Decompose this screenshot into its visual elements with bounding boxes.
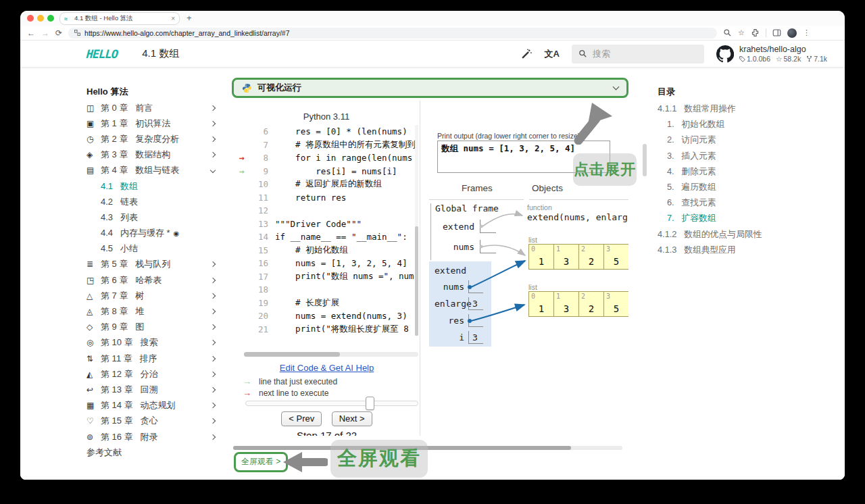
hello-algo-logo[interactable]: HELLO bbox=[86, 47, 118, 61]
chevron-icon bbox=[210, 105, 216, 110]
profile-avatar[interactable] bbox=[787, 28, 797, 38]
code-line[interactable]: → 8 for i in range(len(nums bbox=[233, 151, 420, 165]
sidebar-chapter-item[interactable]: ◳ 第 6 章 哈希表 bbox=[86, 272, 219, 288]
toc-item[interactable]: 7. 扩容数组 bbox=[658, 211, 796, 226]
code-line[interactable]: 12 bbox=[233, 204, 420, 218]
sidebar-chapter-item[interactable]: ◭ 第 12 章 分治 bbox=[86, 366, 219, 382]
line-number: 10 bbox=[251, 179, 268, 189]
cell-value: 3 bbox=[554, 256, 578, 267]
execution-arrow-icon: → bbox=[233, 153, 251, 163]
panel-horizontal-scrollbar[interactable] bbox=[233, 446, 622, 450]
edit-code-link[interactable]: Edit Code & Get AI Help bbox=[233, 363, 420, 373]
window-zoom-button[interactable] bbox=[47, 15, 54, 22]
extensions-icon[interactable] bbox=[751, 28, 760, 37]
code-line[interactable]: 21 print("将数组长度扩展至 8 bbox=[233, 323, 420, 336]
code-line[interactable]: → 9 res[i] = nums[i] bbox=[233, 165, 420, 178]
window-minimize-button[interactable] bbox=[37, 15, 44, 22]
code-hscroll-thumb[interactable] bbox=[244, 352, 340, 357]
browser-menu-icon[interactable]: ⋮ bbox=[803, 29, 810, 36]
prev-button[interactable]: < Prev bbox=[281, 411, 322, 426]
cell-value: 5 bbox=[604, 256, 628, 267]
tab-close-icon[interactable]: × bbox=[171, 15, 175, 22]
content-scrollbar-thumb[interactable] bbox=[643, 144, 647, 176]
code-vscroll-thumb[interactable] bbox=[415, 226, 418, 336]
code-horizontal-scrollbar[interactable] bbox=[244, 352, 418, 357]
sidebar-chapter-item[interactable]: ◎ 第 10 章 搜索 bbox=[86, 335, 219, 351]
chapter-icon: ◭ bbox=[86, 370, 101, 379]
code-line[interactable]: 7 # 将原数组中的所有元素复制到 bbox=[233, 138, 420, 152]
sidebar-references-link[interactable]: 参考文献 bbox=[86, 445, 219, 460]
list-cell: 1 3 bbox=[553, 291, 579, 317]
code-vertical-scrollbar[interactable] bbox=[415, 125, 418, 336]
sidebar-section-item[interactable]: 4.4 内存与缓存 * ◉ bbox=[86, 226, 219, 241]
side-panel-icon[interactable] bbox=[772, 28, 781, 37]
toc-item[interactable]: 5. 遍历数组 bbox=[658, 180, 796, 195]
code-line[interactable]: 19 # 长度扩展 bbox=[233, 297, 420, 310]
code-line[interactable]: 17 print("数组 nums =", num bbox=[233, 270, 420, 284]
code-line[interactable]: 15 # 初始化数组 bbox=[233, 244, 420, 257]
language-switch-icon[interactable]: 文A bbox=[545, 48, 560, 60]
browser-tab[interactable]: ≈ 4.1 数组 - Hello 算法 × bbox=[59, 12, 180, 25]
sidebar-chapter-item[interactable]: ≣ 第 5 章 栈与队列 bbox=[86, 257, 219, 272]
fullscreen-view-link[interactable]: 全屏观看 > bbox=[234, 452, 288, 472]
toc-item[interactable]: 2. 访问元素 bbox=[658, 132, 796, 148]
step-slider-thumb[interactable] bbox=[366, 397, 374, 410]
sidebar-chapter-item[interactable]: ◈ 第 3 章 数据结构 bbox=[86, 147, 219, 163]
toc-item[interactable]: 4.1.2 数组的优点与局限性 bbox=[658, 227, 796, 243]
line-number: 21 bbox=[251, 324, 268, 334]
theme-toggle-icon[interactable] bbox=[521, 48, 533, 59]
window-close-button[interactable] bbox=[27, 15, 34, 22]
toc-item[interactable]: 6. 查找元素 bbox=[658, 195, 796, 211]
new-tab-button[interactable]: + bbox=[187, 13, 192, 23]
code-text: nums = extend(nums, 3) bbox=[275, 311, 407, 321]
back-icon[interactable]: ← bbox=[27, 29, 35, 37]
sidebar-section-item[interactable]: 4.1 数组 bbox=[86, 178, 219, 194]
step-slider[interactable] bbox=[245, 401, 418, 406]
sidebar-chapter-item[interactable]: ⊚ 第 16 章 附录 bbox=[86, 429, 219, 445]
frames-divider bbox=[429, 199, 524, 200]
code-line[interactable]: 18 bbox=[233, 283, 420, 297]
variable-name: res bbox=[435, 316, 468, 326]
sidebar-section-item[interactable]: 4.3 列表 bbox=[86, 209, 219, 225]
collapse-chevron-icon[interactable] bbox=[613, 84, 620, 91]
sidebar-chapter-item[interactable]: ▤ 第 4 章 数组与链表 bbox=[86, 163, 219, 178]
code-line[interactable]: 13 """Driver Code""" bbox=[233, 218, 420, 231]
visual-run-summary[interactable]: 可视化运行 bbox=[232, 78, 628, 98]
forward-icon[interactable]: → bbox=[41, 29, 49, 37]
sidebar-chapter-item[interactable]: ◫ 第 0 章 前言 bbox=[86, 100, 219, 116]
variable-name: extend bbox=[435, 222, 480, 232]
zoom-icon[interactable] bbox=[723, 28, 732, 37]
code-line[interactable]: 10 # 返回扩展后的新数组 bbox=[233, 178, 420, 191]
sidebar-chapter-item[interactable]: ↩ 第 13 章 回溯 bbox=[86, 382, 219, 397]
bookmark-star-icon[interactable]: ☆ bbox=[738, 29, 745, 36]
sidebar-chapter-item[interactable]: △ 第 7 章 树 bbox=[86, 288, 219, 303]
sidebar-chapter-item[interactable]: ◇ 第 9 章 图 bbox=[86, 320, 219, 335]
sidebar-chapter-item[interactable]: ▦ 第 14 章 动态规划 bbox=[86, 398, 219, 413]
code-line[interactable]: 20 nums = extend(nums, 3) bbox=[233, 309, 420, 323]
github-repo-link[interactable]: krahets/hello-algo 1.0.0b6 ☆58.2k 7.1k bbox=[716, 45, 827, 64]
code-line[interactable]: 14 if __name__ == "__main__": bbox=[233, 230, 420, 244]
address-bar[interactable]: https://www.hello-algo.com/chapter_array… bbox=[68, 28, 717, 39]
toc-item[interactable]: 4. 删除元素 bbox=[658, 164, 796, 180]
search-input[interactable]: 搜索 bbox=[572, 45, 704, 64]
sidebar-chapter-item[interactable]: ▣ 第 1 章 初识算法 bbox=[86, 116, 219, 131]
sidebar-chapter-item[interactable]: ◬ 第 8 章 堆 bbox=[86, 303, 219, 319]
reload-icon[interactable]: ⟳ bbox=[55, 29, 62, 37]
toc-item[interactable]: 4.1.3 数组典型应用 bbox=[658, 243, 796, 258]
sidebar-section-item[interactable]: 4.5 小结 bbox=[86, 241, 219, 257]
browser-window: ≈ 4.1 数组 - Hello 算法 × + ← → ⟳ https://ww… bbox=[20, 11, 845, 480]
sidebar-site-title[interactable]: Hello 算法 bbox=[86, 84, 219, 100]
chapter-icon: ≣ bbox=[86, 259, 101, 269]
next-button[interactable]: Next > bbox=[332, 411, 372, 426]
toc-item[interactable]: 1. 初始化数组 bbox=[658, 117, 796, 132]
code-line[interactable]: 16 nums = [1, 3, 2, 5, 4] bbox=[233, 257, 420, 270]
sidebar-section-item[interactable]: 4.2 链表 bbox=[86, 194, 219, 209]
code-line[interactable]: 11 return res bbox=[233, 191, 420, 205]
sidebar-chapter-item[interactable]: ♡ 第 15 章 贪心 bbox=[86, 413, 219, 429]
toc-item[interactable]: 3. 插入元素 bbox=[658, 149, 796, 164]
sidebar-chapter-item[interactable]: ◷ 第 2 章 复杂度分析 bbox=[86, 131, 219, 147]
code-line[interactable]: 6 res = [0] * (len(nums) bbox=[233, 125, 420, 138]
site-info-icon[interactable] bbox=[74, 30, 80, 36]
toc-item[interactable]: 4.1.1 数组常用操作 bbox=[658, 101, 796, 117]
sidebar-chapter-item[interactable]: ⇅ 第 11 章 排序 bbox=[86, 351, 219, 366]
